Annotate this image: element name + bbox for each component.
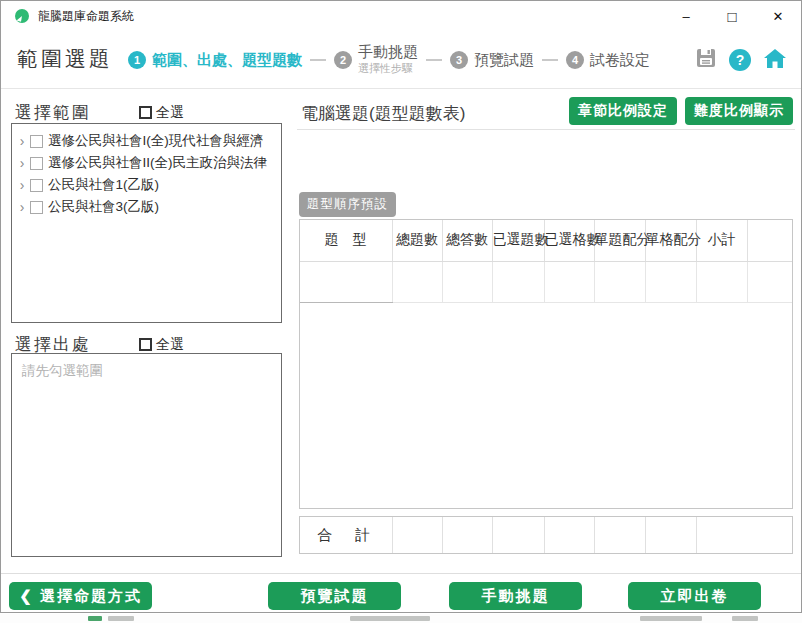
step-3-preview[interactable]: 3 預覽試題: [450, 51, 534, 69]
chevron-right-icon[interactable]: ›: [16, 135, 28, 147]
minimize-button[interactable]: –: [663, 1, 709, 31]
step-connector: [310, 59, 326, 61]
cell-total-answers[interactable]: [442, 261, 492, 302]
step-4-label: 試卷設定: [590, 52, 650, 68]
total-cell: [442, 517, 492, 553]
tree-item-checkbox[interactable]: [30, 157, 43, 170]
total-cell: [492, 517, 544, 553]
step-2-subtitle: 選擇性步驟: [358, 61, 418, 76]
range-select-all-checkbox[interactable]: [139, 106, 152, 119]
step-3-circle: 3: [450, 51, 468, 69]
table-row[interactable]: [300, 261, 792, 302]
background-window-fragment: [640, 616, 702, 621]
total-cell: [594, 517, 645, 553]
chapter-ratio-button[interactable]: 章節比例設定: [569, 97, 677, 125]
range-select-all[interactable]: 全選: [139, 104, 184, 122]
col-points-per-question: 單題配分: [594, 220, 645, 261]
ratio-buttons: 章節比例設定 難度比例顯示: [569, 97, 793, 125]
cell-total-questions[interactable]: [392, 261, 442, 302]
maximize-button[interactable]: □: [709, 1, 755, 31]
cell-question-type[interactable]: [300, 261, 392, 302]
tree-item-label: 公民與社會1(乙版): [48, 176, 159, 194]
tree-item-checkbox[interactable]: [30, 179, 43, 192]
manual-pick-button[interactable]: 手動挑題: [449, 582, 582, 610]
desktop-strip: [0, 614, 802, 623]
total-cell: [544, 517, 594, 553]
background-window-fragment: [108, 616, 134, 621]
step-2-circle: 2: [334, 51, 352, 69]
step-3-label: 預覽試題: [474, 52, 534, 68]
app-logo-icon: [14, 8, 30, 24]
close-button[interactable]: ✕: [755, 1, 801, 31]
cell-points-per-question[interactable]: [594, 261, 645, 302]
col-question-type: 題 型: [300, 220, 392, 261]
cell-subtotal[interactable]: [696, 261, 747, 302]
chevron-right-icon[interactable]: ›: [16, 201, 28, 213]
question-type-order-preset-button[interactable]: 題型順序預設: [299, 192, 396, 217]
computer-selection-header: 電腦選題(題型題數表) 章節比例設定 難度比例顯示: [297, 97, 795, 129]
divider: [1, 573, 801, 574]
save-icon[interactable]: [695, 47, 717, 73]
step-4-circle: 4: [566, 51, 584, 69]
total-cell: [645, 517, 696, 553]
tree-item[interactable]: › 選修公民與社會II(全)民主政治與法律: [16, 152, 277, 174]
step-connector: [542, 59, 558, 61]
total-row: 合 計: [300, 517, 792, 553]
back-to-selection-mode-button[interactable]: ❮ 選擇命題方式: [9, 582, 152, 610]
tree-item[interactable]: › 公民與社會3(乙版): [16, 196, 277, 218]
step-2-manual-pick[interactable]: 2 手動挑題 選擇性步驟: [334, 44, 418, 76]
cell-points-per-blank[interactable]: [645, 261, 696, 302]
chevron-right-icon[interactable]: ›: [16, 157, 28, 169]
back-button-label: 選擇命題方式: [40, 587, 142, 604]
cell-extra[interactable]: [747, 261, 792, 302]
help-icon[interactable]: ?: [729, 49, 751, 71]
footer-bar: ❮ 選擇命題方式 預覽試題 手動挑題 立即出卷: [1, 582, 801, 612]
step-2-label: 手動挑題: [358, 44, 418, 60]
generate-exam-button[interactable]: 立即出卷: [628, 582, 761, 610]
computer-selection-title: 電腦選題(題型題數表): [301, 102, 465, 125]
total-label: 合 計: [300, 517, 392, 553]
tree-item-label: 公民與社會3(乙版): [48, 198, 159, 216]
difficulty-ratio-button[interactable]: 難度比例顯示: [685, 97, 793, 125]
tree-item-checkbox[interactable]: [30, 135, 43, 148]
source-list[interactable]: 請先勾選範圍: [11, 353, 282, 557]
tree-item[interactable]: › 選修公民與社會I(全)現代社會與經濟: [16, 130, 277, 152]
table-header-row: 題 型 總題數 總答數 已選題數 已選格數 單題配分 單格配分 小計: [300, 220, 792, 261]
tree-item-label: 選修公民與社會I(全)現代社會與經濟: [48, 132, 263, 150]
page-title: 範圍選題: [17, 45, 113, 73]
tree-item[interactable]: › 公民與社會1(乙版): [16, 174, 277, 196]
computer-selection-panel: 電腦選題(題型題數表) 章節比例設定 難度比例顯示 題型順序預設 題 型: [297, 89, 795, 569]
col-subtotal: 小計: [696, 220, 747, 261]
source-select-all-label: 全選: [156, 336, 184, 354]
home-icon[interactable]: [763, 47, 787, 73]
tree-item-label: 選修公民與社會II(全)民主政治與法律: [48, 154, 267, 172]
cell-selected-blanks[interactable]: [544, 261, 594, 302]
col-points-per-blank: 單格配分: [645, 220, 696, 261]
page-header: 範圍選題 1 範圍、出處、題型題數 2 手動挑題 選擇性步驟 3 預: [1, 31, 801, 89]
source-select-all[interactable]: 全選: [139, 336, 184, 354]
chevron-left-icon: ❮: [19, 587, 34, 604]
background-window-fragment: [350, 616, 430, 621]
chevron-right-icon[interactable]: ›: [16, 179, 28, 191]
title-bar[interactable]: 龍騰題庫命題系統 – □ ✕: [1, 1, 801, 31]
window-title: 龍騰題庫命題系統: [38, 8, 134, 25]
total-row-table: 合 計: [299, 516, 793, 554]
preview-questions-button[interactable]: 預覽試題: [268, 582, 401, 610]
col-total-questions: 總題數: [392, 220, 442, 261]
background-window-fragment: [88, 616, 102, 621]
app-window: 龍騰題庫命題系統 – □ ✕ 範圍選題 1 範圍、出處、題型題數 2 手動挑題: [0, 0, 802, 613]
tree-item-checkbox[interactable]: [30, 201, 43, 214]
step-1-range[interactable]: 1 範圍、出處、題型題數: [128, 51, 302, 69]
divider: [297, 129, 795, 130]
question-type-table: 題 型 總題數 總答數 已選題數 已選格數 單題配分 單格配分 小計: [299, 219, 793, 509]
source-placeholder: 請先勾選範圍: [22, 362, 271, 380]
stepper: 1 範圍、出處、題型題數 2 手動挑題 選擇性步驟 3 預覽試題: [128, 31, 650, 89]
source-select-all-checkbox[interactable]: [139, 338, 152, 351]
background-window-fragment: [732, 616, 758, 621]
col-selected-blanks: 已選格數: [544, 220, 594, 261]
step-connector: [426, 59, 442, 61]
col-extra: [747, 220, 792, 261]
cell-selected-questions[interactable]: [492, 261, 544, 302]
step-1-circle: 1: [128, 51, 146, 69]
step-4-settings[interactable]: 4 試卷設定: [566, 51, 650, 69]
